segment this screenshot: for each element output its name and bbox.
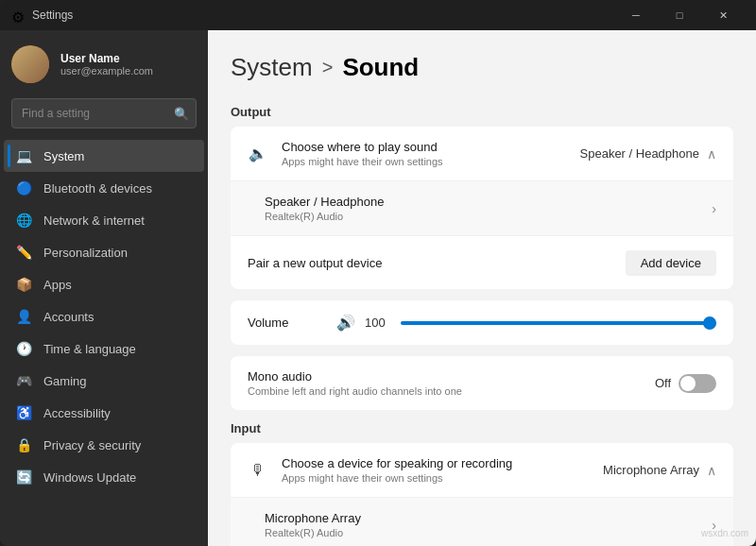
sidebar-item-personalization[interactable]: ✏️ Personalization: [4, 236, 204, 268]
personalization-icon: ✏️: [15, 244, 32, 261]
sidebar-label-gaming: Gaming: [43, 374, 87, 388]
user-profile: User Name user@example.com: [0, 38, 208, 98]
toggle-thumb: [680, 376, 696, 391]
sidebar-item-privacy[interactable]: 🔒 Privacy & security: [4, 429, 204, 461]
choose-output-right: Speaker / Headphone ∧: [580, 146, 716, 162]
speaker-icon: 🔈: [248, 144, 268, 164]
choose-output-row[interactable]: 🔈 Choose where to play sound Apps might …: [231, 127, 733, 181]
volume-slider-fill: [401, 321, 716, 325]
accessibility-icon: ♿: [15, 404, 32, 421]
apps-icon: 📦: [15, 276, 32, 293]
pair-output-text: Pair a new output device: [248, 256, 612, 270]
speaker-chevron-right: ›: [712, 201, 716, 216]
sidebar-item-system[interactable]: 💻 System: [4, 140, 204, 172]
volume-control: 🔊 100: [336, 314, 716, 332]
title-bar: ⚙ Settings ─ □ ✕: [0, 0, 756, 30]
speaker-headphone-row[interactable]: Speaker / Headphone Realtek(R) Audio ›: [231, 181, 733, 236]
window-controls: ─ □ ✕: [614, 0, 745, 30]
choose-input-right: Microphone Array ∧: [603, 463, 716, 478]
mono-audio-card: Mono audio Combine left and right audio …: [231, 356, 733, 410]
choose-output-text: Choose where to play sound Apps might ha…: [282, 140, 567, 167]
microphone-icon: 🎙: [248, 460, 268, 481]
breadcrumb-system: System: [231, 53, 313, 82]
minimize-button[interactable]: ─: [614, 0, 658, 30]
sidebar-item-time[interactable]: 🕐 Time & language: [4, 333, 204, 365]
accounts-icon: 👤: [15, 308, 32, 325]
sidebar-item-gaming[interactable]: 🎮 Gaming: [4, 365, 204, 397]
output-chevron-up: ∧: [707, 146, 716, 162]
speaker-headphone-title: Speaker / Headphone: [265, 195, 698, 209]
mic-array-subtitle: Realtek(R) Audio: [265, 527, 698, 538]
mono-audio-title: Mono audio: [248, 369, 642, 384]
mic-array-text: Microphone Array Realtek(R) Audio: [265, 511, 698, 538]
sidebar-label-privacy: Privacy & security: [43, 438, 141, 452]
input-choose-device-card: 🎙 Choose a device for speaking or record…: [231, 443, 733, 546]
choose-input-row[interactable]: 🎙 Choose a device for speaking or record…: [231, 443, 733, 498]
update-icon: 🔄: [15, 469, 32, 486]
sidebar-item-update[interactable]: 🔄 Windows Update: [4, 461, 204, 493]
bluetooth-icon: 🔵: [15, 179, 32, 196]
sidebar-label-network: Network & internet: [43, 213, 145, 228]
watermark: wsxdn.com: [701, 528, 748, 538]
volume-slider[interactable]: [401, 321, 716, 325]
user-info: User Name user@example.com: [60, 52, 153, 77]
user-name: User Name: [60, 52, 153, 65]
breadcrumb-current: Sound: [342, 53, 419, 82]
sidebar-label-accessibility: Accessibility: [43, 406, 111, 420]
privacy-icon: 🔒: [15, 436, 32, 453]
pair-output-label: Pair a new output device: [248, 256, 612, 270]
add-output-device-button[interactable]: Add device: [626, 250, 716, 276]
search-input[interactable]: [11, 98, 197, 128]
sidebar-nav: 💻 System 🔵 Bluetooth & devices 🌐 Network…: [0, 140, 208, 493]
sidebar-label-time: Time & language: [43, 342, 136, 356]
search-icon: 🔍: [174, 107, 189, 121]
avatar-image: [11, 45, 49, 83]
user-email: user@example.com: [60, 65, 153, 77]
breadcrumb-separator: >: [322, 57, 334, 78]
sidebar-item-network[interactable]: 🌐 Network & internet: [4, 204, 204, 236]
main-content: System > Sound Output 🔈 Choose where to …: [208, 30, 756, 546]
choose-output-title: Choose where to play sound: [282, 140, 567, 154]
mono-audio-row: Mono audio Combine left and right audio …: [231, 356, 733, 410]
output-section-label: Output: [231, 105, 733, 119]
sidebar-item-accounts[interactable]: 👤 Accounts: [4, 300, 204, 333]
input-chevron-up: ∧: [707, 463, 716, 478]
choose-input-subtitle: Apps might have their own settings: [282, 472, 590, 484]
settings-app-icon: ⚙: [11, 9, 25, 22]
sidebar-label-apps: Apps: [43, 278, 72, 292]
volume-value: 100: [365, 316, 391, 330]
choose-input-text: Choose a device for speaking or recordin…: [282, 456, 590, 484]
sidebar-label-personalization: Personalization: [43, 246, 128, 260]
system-icon: 💻: [15, 147, 32, 164]
speaker-headphone-subtitle: Realtek(R) Audio: [265, 211, 698, 222]
sidebar-item-apps[interactable]: 📦 Apps: [4, 268, 204, 300]
choose-output-subtitle: Apps might have their own settings: [282, 156, 567, 167]
output-device-value: Speaker / Headphone: [580, 146, 699, 161]
active-indicator: [8, 145, 10, 167]
settings-window: ⚙ Settings ─ □ ✕ User Name user@example.…: [0, 0, 756, 546]
sidebar-label-update: Windows Update: [43, 470, 136, 485]
content-area: User Name user@example.com 🔍 💻 System 🔵 …: [0, 30, 756, 546]
gaming-icon: 🎮: [15, 372, 32, 389]
network-icon: 🌐: [15, 212, 32, 229]
mono-audio-state: Off: [655, 376, 671, 390]
maximize-button[interactable]: □: [658, 0, 701, 30]
output-choose-device-card: 🔈 Choose where to play sound Apps might …: [231, 127, 733, 289]
mono-audio-right: Off: [655, 374, 716, 393]
sidebar-label-bluetooth: Bluetooth & devices: [43, 181, 152, 196]
sidebar-label-system: System: [43, 149, 84, 163]
mic-array-title: Microphone Array: [265, 511, 698, 525]
pair-output-right: Add device: [626, 250, 716, 276]
input-section-label: Input: [231, 421, 733, 435]
speaker-headphone-right: ›: [712, 201, 716, 216]
mono-audio-subtitle: Combine left and right audio channels in…: [248, 385, 642, 397]
mic-array-row[interactable]: Microphone Array Realtek(R) Audio ›: [231, 498, 733, 546]
avatar: [11, 45, 49, 83]
volume-icon: 🔊: [336, 314, 355, 332]
breadcrumb: System > Sound: [231, 53, 733, 82]
close-button[interactable]: ✕: [701, 0, 745, 30]
sidebar: User Name user@example.com 🔍 💻 System 🔵 …: [0, 30, 208, 546]
sidebar-item-accessibility[interactable]: ♿ Accessibility: [4, 397, 204, 429]
mono-audio-toggle[interactable]: [679, 374, 716, 393]
sidebar-item-bluetooth[interactable]: 🔵 Bluetooth & devices: [4, 172, 204, 204]
